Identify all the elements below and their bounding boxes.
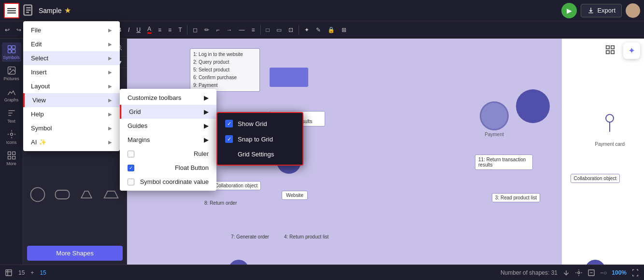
main-menu: File ▶ Edit ▶ Select ▶ Insert ▶ Layout ▶… (23, 21, 120, 151)
menu-help[interactable]: Help ▶ (23, 107, 120, 121)
svg-rect-11 (8, 152, 11, 155)
arrow-style[interactable]: → (223, 25, 235, 35)
export-label: Export (597, 7, 615, 14)
snap-grid-checkbox (225, 135, 233, 143)
text-format[interactable]: T (175, 25, 185, 35)
ruler-item[interactable]: Ruler (120, 147, 216, 161)
grid-submenu: Show Grid Snap to Grid Grid Settings (216, 112, 303, 166)
line-style[interactable]: — (236, 25, 247, 35)
rect-tool[interactable]: □ (263, 25, 272, 35)
svg-rect-37 (611, 51, 614, 54)
svg-rect-4 (8, 46, 11, 49)
float-button-item[interactable]: Float Button (120, 161, 216, 175)
show-grid-item[interactable]: Show Grid (217, 116, 302, 131)
statusbar: 15 + 15 Number of shapes: 31 −○ 100% (0, 265, 644, 280)
shape-rounded-rect[interactable] (52, 184, 73, 205)
shape-trapezoid[interactable] (76, 184, 97, 205)
sidebar-item-symbols[interactable]: Symbols (2, 42, 21, 62)
menu-insert[interactable]: Insert ▶ (23, 65, 120, 79)
doc-icon (22, 4, 36, 17)
shapes-count: Number of shapes: 31 (501, 269, 558, 276)
sidebar-item-graphs[interactable]: Graphs (2, 85, 21, 104)
svg-rect-0 (7, 8, 16, 9)
menu-edit[interactable]: Edit ▶ (23, 37, 120, 51)
arrow-icon: ▶ (204, 136, 209, 143)
add-page-button[interactable]: + (30, 269, 34, 276)
play-button[interactable]: ▶ (561, 3, 577, 18)
italic-button[interactable]: I (125, 25, 132, 35)
symbol-coord-item[interactable]: Symbol coordinate value (120, 175, 216, 189)
collab-obj-right: Collaboration object (571, 174, 620, 183)
shape-tool2[interactable]: ▭ (273, 25, 285, 35)
left-sidebar: Symbols Pictures Graphs Text Icons More (0, 39, 23, 265)
svg-rect-34 (606, 46, 609, 49)
svg-rect-35 (611, 46, 614, 49)
shape-outline[interactable]: ◻ (190, 25, 200, 35)
underline-button[interactable]: U (133, 25, 143, 35)
ai-button[interactable]: ✦ (623, 42, 640, 59)
toolbar-sep-6 (299, 25, 299, 35)
pen-tool[interactable]: ✏ (201, 25, 212, 35)
line-tool[interactable]: ⌐ (213, 25, 222, 35)
return-order-text: 8: Return order (204, 200, 237, 206)
top-circle-right (516, 89, 550, 123)
customize-toolbars[interactable]: Customize toolbars ▶ (120, 91, 216, 105)
sidebar-item-icons[interactable]: Icons (2, 127, 21, 147)
arrow-icon: ▶ (108, 140, 112, 145)
zoom-minus[interactable]: −○ (600, 269, 607, 276)
guides-item[interactable]: Guides ▶ (120, 119, 216, 133)
sidebar-item-pictures[interactable]: Pictures (2, 64, 21, 83)
arrow-icon: ▶ (108, 126, 112, 131)
float-button-checkbox (128, 165, 134, 171)
user-avatar[interactable] (626, 3, 640, 18)
export-button[interactable]: Export (581, 4, 622, 17)
grid-view-button[interactable] (603, 42, 617, 58)
sidebar-item-text[interactable]: Text (2, 106, 21, 126)
svg-rect-12 (12, 152, 15, 155)
lock-tool[interactable]: 🔒 (325, 25, 338, 35)
favorite-star[interactable]: ★ (64, 6, 71, 15)
menu-ai[interactable]: AI ✨ ▶ (23, 135, 120, 149)
more-shapes-button[interactable]: More Shapes (27, 246, 123, 261)
line-thickness[interactable]: ≡ (248, 25, 258, 35)
align-center[interactable]: ≡ (165, 25, 174, 35)
embed-tool[interactable]: ⊞ (339, 25, 349, 35)
statusbar-right: Number of shapes: 31 −○ 100% (501, 269, 639, 277)
menu-layout[interactable]: Layout ▶ (23, 79, 120, 93)
svg-rect-5 (12, 46, 15, 49)
menu-select[interactable]: Select ▶ (23, 51, 120, 65)
bottom-circle-left (229, 260, 249, 265)
topbar-left: Sample ★ (4, 3, 71, 18)
view-submenu: Customize toolbars ▶ Grid ▶ Guides ▶ Mar… (120, 89, 216, 191)
grid-settings-item[interactable]: Grid Settings (217, 147, 302, 162)
shape-circle2[interactable] (27, 184, 48, 205)
arrow-icon: ▶ (108, 70, 112, 75)
menu-symbol[interactable]: Symbol ▶ (23, 121, 120, 135)
shape-tool3[interactable]: ⊡ (286, 25, 296, 35)
undo-button[interactable]: ↩ (2, 25, 13, 35)
connect-tool[interactable]: ✦ (301, 25, 312, 35)
doc-title[interactable]: Sample (39, 7, 61, 14)
toolbar-sep-5 (260, 25, 261, 35)
grid-item[interactable]: Grid ▶ (120, 105, 216, 119)
menu-view[interactable]: View ▶ (23, 93, 120, 107)
topbar-right: ▶ Export (561, 3, 640, 18)
edit-tool[interactable]: ✎ (313, 25, 324, 35)
generate-order-text: 7: Generate order (231, 234, 269, 239)
snap-to-grid-item[interactable]: Snap to Grid (217, 131, 302, 147)
arrow-icon: ▶ (108, 98, 112, 103)
redo-button[interactable]: ↪ (14, 25, 24, 35)
return-transaction-box: 11: Return transaction results (475, 154, 533, 170)
margins-item[interactable]: Margins ▶ (120, 133, 216, 147)
shape-trapezoid2[interactable] (100, 184, 122, 205)
align-left[interactable]: ≡ (155, 25, 164, 35)
website-box: Website (282, 191, 308, 200)
sidebar-item-more[interactable]: More (2, 149, 21, 168)
svg-point-24 (31, 188, 45, 202)
page-num-right: 15 (40, 269, 46, 276)
ruler-checkbox (128, 151, 134, 157)
menu-button[interactable] (4, 3, 19, 18)
font-color-button[interactable]: A (144, 24, 154, 35)
topbar: Sample ★ ▶ Export (0, 0, 644, 21)
menu-file[interactable]: File ▶ (23, 23, 120, 37)
